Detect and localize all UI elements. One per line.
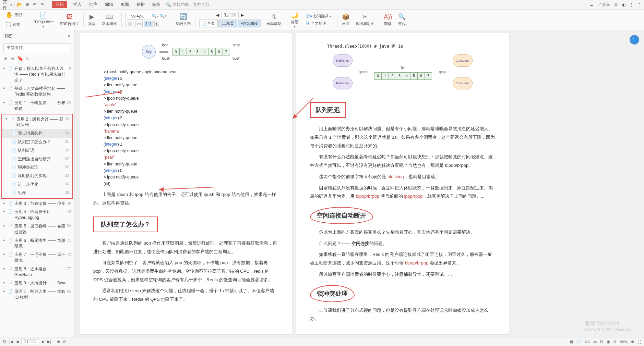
- bookmark-search-input[interactable]: [3, 43, 71, 52]
- prev-page-icon[interactable]: ◀: [16, 339, 19, 344]
- view-icon[interactable]: 📖: [585, 339, 590, 344]
- fit-icon[interactable]: ⊡: [154, 21, 161, 27]
- bookmark-item[interactable]: ▸📄应用 7：一毛不拔 —— 漏斗限流72: [0, 250, 74, 265]
- continuous[interactable]: ≡连续阅读: [238, 20, 261, 27]
- bookmark-item[interactable]: ▸📄开篇：授人以鱼不若授人以渔 —— Redis 可以用来做什么？8: [0, 64, 74, 84]
- fit-width-icon[interactable]: ⬜: [126, 21, 134, 27]
- crop-compare[interactable]: ✂截图和对比: [353, 12, 377, 28]
- bookmark-icon[interactable]: 🏷: [26, 55, 31, 61]
- status-page[interactable]: 31: [24, 340, 28, 344]
- play-button[interactable]: ▶播放: [85, 12, 98, 28]
- close-sidebar-icon[interactable]: ✕: [67, 34, 71, 39]
- menu-edit[interactable]: 编辑: [104, 1, 115, 8]
- caret-icon[interactable]: ⌃: [638, 2, 641, 7]
- heading: 锁冲突处理: [310, 285, 495, 302]
- bookmark-item[interactable]: 📄队列延迟32: [2, 146, 72, 155]
- menu-convert[interactable]: 转换: [151, 1, 162, 8]
- bookmark-item[interactable]: ▸📄应用 1：千帆竞发 —— 分布式锁24: [0, 99, 74, 113]
- queue-diagram: Key ⟹ lpop lpush rpop rpush 01234567: [93, 40, 278, 64]
- zoom-in-icon[interactable]: 🔍+: [159, 14, 167, 18]
- view-icon[interactable]: ⊡: [600, 339, 603, 344]
- menu-page[interactable]: 页面: [119, 1, 130, 8]
- next-page-icon[interactable]: ▶: [42, 339, 45, 344]
- bookmark-item[interactable]: ▸📄应用 4：四两拨千斤 —— HyperLogLog43: [0, 208, 74, 222]
- more-icon[interactable]: ⋮: [630, 2, 634, 7]
- bookmark-item[interactable]: 📄进一步优化36: [2, 180, 72, 189]
- print-icon[interactable]: 🖶: [24, 2, 30, 8]
- redo-icon[interactable]: ↷: [39, 2, 45, 8]
- next-page-icon[interactable]: ▶: [241, 13, 244, 17]
- find[interactable]: 🔍查找: [395, 12, 408, 28]
- bookmark-item[interactable]: 📄异步消息队列30: [2, 129, 72, 138]
- hand-tool[interactable]: ✋手型: [3, 11, 24, 20]
- compress[interactable]: 📦压缩: [339, 12, 352, 28]
- zoom-input[interactable]: [126, 13, 150, 20]
- paragraph: 客户端是通过队列的 pop 操作来获取消息，然后进行处理。处理完了再接着获取消息…: [93, 239, 278, 256]
- view-icon[interactable]: ▣: [607, 339, 610, 344]
- read-aloud[interactable]: A))朗读: [381, 12, 395, 28]
- bookmark-item[interactable]: ▸📄原理 1：鞭辟入里 —— 线程 IO 模型95: [0, 287, 74, 302]
- background[interactable]: 🌙背景▾: [288, 10, 301, 30]
- bookmark-item[interactable]: 📄锁冲突处理32: [2, 163, 72, 172]
- heading: 空闲连接自动断开: [310, 207, 495, 224]
- single-page[interactable]: 📄单页: [199, 20, 218, 27]
- zoom-out-icon[interactable]: 🔍-: [152, 14, 158, 18]
- skin-icon[interactable]: ◐: [622, 2, 625, 7]
- double-page[interactable]: 📖双页: [218, 20, 237, 27]
- view-icon[interactable]: 📄: [577, 339, 582, 344]
- document-viewport[interactable]: Key ⟹ lpop lpush rpop rpush 01234567 > r…: [75, 30, 644, 337]
- undo-icon[interactable]: ↶: [32, 2, 37, 8]
- feature-search[interactable]: 🔍 查找功能、文档内容: [166, 2, 210, 8]
- autoscroll[interactable]: ⇅自动滚动: [264, 12, 284, 28]
- bookmark-item[interactable]: ▾📄应用 2：缓兵之计 —— 延时队列30: [2, 115, 72, 129]
- read-mode[interactable]: 📖阅读模式: [99, 12, 120, 28]
- status-icon[interactable]: ⊕: [57, 339, 60, 344]
- bookmark-item[interactable]: ▸📄应用 6：断尾求生 —— 简单限流71: [0, 236, 74, 251]
- open-icon[interactable]: 📂: [17, 2, 22, 8]
- fit-page-icon[interactable]: ▭: [135, 21, 143, 27]
- first-page-icon[interactable]: |◀: [9, 339, 13, 344]
- rotate-button[interactable]: 🔄旋转文档: [173, 12, 193, 28]
- select-tool[interactable]: ⬚选择: [3, 20, 24, 29]
- bookmark-item[interactable]: 📄延时队列的实现33: [2, 172, 72, 180]
- expand-all-icon[interactable]: ⊞: [3, 55, 8, 61]
- add-bookmark-icon[interactable]: 🔖: [17, 55, 23, 61]
- bookmark-item[interactable]: ▸📄应用 8：近水楼台 —— GeoHash77: [0, 265, 74, 279]
- gear-icon[interactable]: ⚙: [614, 2, 618, 7]
- pubsub-diagram: Publisher Publisher lpush list 01234567 …: [310, 53, 495, 91]
- share-button[interactable]: ↗分享: [598, 2, 610, 8]
- word-translate[interactable]: 文A划词翻译▾: [304, 13, 333, 20]
- float-action-button[interactable]: 🔷: [630, 35, 639, 45]
- bookmark-item[interactable]: ▸📄应用 9：大海捞针 —— Scan: [0, 279, 74, 287]
- menu-start[interactable]: 开始: [52, 1, 67, 8]
- bookmark-item[interactable]: ▸📄应用 5：层峦叠嶂 —— 布隆过滤器54: [0, 222, 74, 236]
- pdf-to-office[interactable]: 📄PDF转Office▾: [30, 10, 57, 30]
- paragraph: 如果线程一直阻塞在哪里，Redis 的客户端连接就成了闲置连接，闲置过久，服务器…: [310, 250, 495, 267]
- bookmark-item[interactable]: 📄空闲连接自动断开32: [2, 155, 72, 163]
- collapse-all-icon[interactable]: ⊟: [10, 55, 14, 61]
- paragraph: 用上面睡眠的办法可以解决问题。但是有个小问题，那就是睡眠会导致消息的延迟增大。如…: [310, 125, 495, 150]
- status-icon[interactable]: ⊖: [63, 339, 66, 344]
- file-menu-icon[interactable]: 文件: [3, 2, 8, 8]
- prev-page-icon[interactable]: ◀: [216, 13, 219, 17]
- zoom-in-icon[interactable]: ⊕: [631, 339, 634, 344]
- zoom-label[interactable]: 99%: [620, 340, 628, 344]
- bookmark-item[interactable]: 📄思考36: [2, 189, 72, 197]
- view-icon[interactable]: ▭: [593, 339, 597, 344]
- page-number[interactable]: 31: [224, 13, 228, 17]
- fullscreen-icon[interactable]: ⛶: [637, 340, 641, 344]
- menu-annotate[interactable]: 批注: [88, 1, 99, 8]
- bookmark-item[interactable]: 📄队列空了怎么办？31: [2, 138, 72, 146]
- pdf-to-image[interactable]: 🖼PDF转图片: [57, 12, 82, 28]
- full-translate[interactable]: 译全文翻译: [304, 20, 333, 27]
- paragraph: 可是如果队列空了，客户端就会陷入 pop 的死循环，不停地 pop，没有数据，接…: [93, 259, 278, 284]
- bookmark-item[interactable]: ▸📄基础：万丈高楼平地起 —— Redis 基础数据结构: [0, 84, 74, 99]
- bookmark-item[interactable]: ▸📄应用 3：节衣缩食 —— 位图36: [0, 199, 74, 208]
- cloud-icon[interactable]: ☁: [589, 2, 594, 7]
- menu-insert[interactable]: 插入: [72, 1, 83, 8]
- zoom-out-icon[interactable]: ⊖: [613, 339, 617, 344]
- actual-size-icon[interactable]: 1:1: [144, 21, 153, 27]
- view-icon[interactable]: ▦: [570, 339, 573, 344]
- last-page-icon[interactable]: ▶|: [47, 339, 51, 344]
- menu-protect[interactable]: 保护: [135, 1, 146, 8]
